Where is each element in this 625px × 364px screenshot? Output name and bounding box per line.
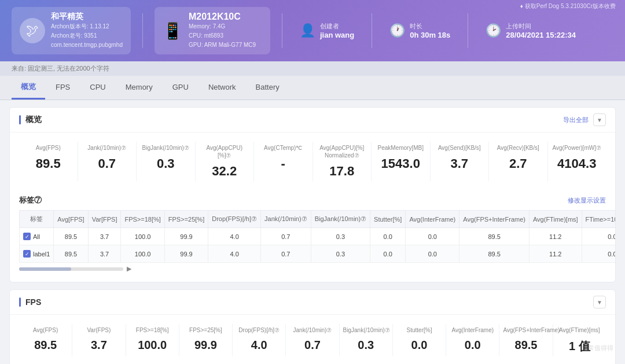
tab-battery[interactable]: Battery — [247, 77, 289, 99]
overview-section: 概览 导出全部 ▼ Avg(FPS) 89.5 Jank(/10min)⑦ 0.… — [9, 107, 616, 282]
table-cell: 0.7 — [261, 245, 311, 263]
stat-cell: Avg(AppCPU)[%]⑦ 32.2 — [196, 142, 255, 181]
fps-stat-label: Drop(FPS)[/h]⑦ — [236, 326, 282, 334]
device-text: M2012K10C Memory: 7.4G CPU: mt6893 GPU: … — [189, 12, 256, 50]
table-title-text: 标签⑦ — [19, 195, 42, 205]
stat-value: 0.7 — [83, 156, 132, 171]
table-row: ✓ label189.53.7100.099.94.00.70.30.00.08… — [20, 245, 616, 263]
table-header-cell: Avg(FTime)[ms] — [529, 211, 582, 228]
app-logo: 🕊 — [20, 18, 45, 43]
device-info-panel: 📱 M2012K10C Memory: 7.4G CPU: mt6893 GPU… — [155, 7, 270, 54]
table-cell: 100.0 — [121, 228, 164, 245]
fps-stat-value: 100.0 — [130, 339, 175, 352]
fps-stat-value: 0.0 — [396, 339, 442, 352]
fps-stat-cell: Avg(FPS+InterFrame) 89.5 — [499, 324, 553, 356]
stat-cell: BigJank(/10min)⑦ 0.3 — [137, 142, 196, 181]
device-icon: 📱 — [163, 21, 183, 41]
table-cell: 0.0 — [370, 245, 406, 263]
stat-value: 89.5 — [24, 156, 73, 171]
app-detail1: Archon版本号: 1.13.12 — [51, 22, 123, 31]
upload-icon: 🕑 — [486, 23, 501, 38]
stat-cell: Avg(Send)[KB/s] 3.7 — [431, 142, 490, 181]
app-name: 和平精英 — [51, 12, 123, 22]
row-label: label1 — [33, 251, 50, 258]
duration-value: 0h 30m 18s — [410, 31, 450, 39]
checkbox-icon[interactable]: ✓ — [23, 250, 31, 258]
app-logo-icon: 🕊 — [26, 23, 39, 38]
stat-value: 0.3 — [141, 156, 190, 171]
fps-header: FPS ▼ — [10, 290, 615, 315]
app-package: com.tencent.tmgp.pubgmhd — [51, 41, 123, 50]
stat-cell: PeakMemory[MB] 1543.0 — [372, 142, 431, 181]
fps-stat-cell: Avg(InterFrame) 0.0 — [446, 324, 499, 356]
header-divider1 — [142, 13, 143, 48]
fps-stats-grid: Avg(FPS) 89.5 Var(FPS) 3.7 FPS>=18[%] 10… — [10, 315, 615, 364]
table-row: ✓ All89.53.7100.099.94.00.70.30.00.089.5… — [20, 228, 616, 245]
fps-stat-cell: Drop(FPS)[/h]⑦ 4.0 — [233, 324, 286, 356]
fps-stat-value: 89.5 — [23, 339, 68, 352]
table-header-cell: Avg(InterFrame) — [406, 211, 459, 228]
header-divider4 — [468, 13, 468, 48]
table-cell: 0.3 — [311, 228, 370, 245]
fps-section: FPS ▼ Avg(FPS) 89.5 Var(FPS) 3.7 FPS>=18… — [9, 289, 616, 364]
stat-value: 4104.3 — [553, 156, 602, 171]
table-cell: 3.7 — [88, 245, 121, 263]
overview-header: 概览 导出全部 ▼ — [10, 108, 615, 133]
scroll-bar[interactable] — [19, 267, 123, 271]
table-header-cell: Stutter[%] — [370, 211, 406, 228]
device-gpu: GPU: ARM Mali-G77 MC9 — [189, 41, 256, 50]
creator-value: jian wang — [320, 31, 354, 39]
scroll-thumb[interactable] — [19, 267, 71, 271]
tab-network[interactable]: Network — [199, 77, 245, 99]
fps-stat-label: Avg(FPS+InterFrame) — [503, 326, 549, 334]
export-all-button[interactable]: 导出全部 — [563, 116, 589, 124]
stat-cell: Avg(FPS) 89.5 — [19, 142, 78, 181]
stat-label: Avg(Power)[mW]⑦ — [553, 144, 602, 152]
table-label-row: 标签⑦ 修改显示设置 — [19, 190, 606, 210]
stat-value: 3.7 — [435, 156, 484, 171]
table-cell: 0.7 — [261, 228, 311, 245]
upload-value: 28/04/2021 15:22:34 — [506, 31, 576, 39]
creator-icon: 👤 — [300, 23, 315, 38]
table-cell: 3.7 — [88, 228, 121, 245]
fps-stat-value: 3.7 — [76, 339, 122, 352]
fps-stat-cell: Jank(/10min)⑦ 0.7 — [286, 324, 339, 356]
stat-label: Avg(AppCPU)[%] Normalized⑦ — [318, 144, 367, 159]
duration-info: 时长 0h 30m 18s — [410, 22, 450, 39]
stat-label: PeakMemory[MB] — [376, 144, 425, 152]
tab-fps[interactable]: FPS — [46, 77, 79, 99]
table-display-settings[interactable]: 修改显示设置 — [568, 196, 606, 205]
stat-label: Avg(Recv)[KB/s] — [494, 144, 543, 152]
stat-label: Avg(CTemp)℃ — [259, 144, 308, 152]
tab-cpu[interactable]: CPU — [80, 77, 115, 99]
fps-stat-value: 89.5 — [503, 339, 549, 352]
overview-title: 概览 — [19, 115, 42, 125]
tab-memory[interactable]: Memory — [116, 77, 162, 99]
fps-stat-label: BigJank(/10min)⑦ — [343, 326, 389, 334]
upload-info: 上传时间 28/04/2021 15:22:34 — [506, 22, 576, 39]
table-cell: 100.0 — [121, 245, 164, 263]
tab-overview[interactable]: 概览 — [12, 76, 45, 100]
fps-collapse-btn[interactable]: ▼ — [593, 296, 606, 308]
tab-gpu[interactable]: GPU — [163, 77, 198, 99]
fps-stat-cell: Stutter[%] 0.0 — [393, 324, 446, 356]
stat-value: 2.7 — [494, 156, 543, 171]
table-cell: 89.5 — [54, 228, 88, 245]
table-cell: 11.2 — [529, 228, 582, 245]
table-cell: 0.0 — [370, 228, 406, 245]
overview-collapse-btn[interactable]: ▼ — [593, 113, 606, 126]
fps-stat-label: Avg(FPS) — [23, 326, 68, 334]
breadcrumb-bar: 来自: 固定测三, 无法在2000个字符 — [0, 61, 625, 76]
table-header-cell: FPS>=25[%] — [164, 211, 208, 228]
table-cell: 4.0 — [208, 228, 261, 245]
app-detail2: Archon老号: 9351 — [51, 31, 123, 41]
table-header-cell: Avg(FPS+InterFrame) — [459, 211, 530, 228]
table-header-cell: FPS>=18[%] — [121, 211, 164, 228]
overview-stats-grid: Avg(FPS) 89.5 Jank(/10min)⑦ 0.7 BigJank(… — [10, 133, 615, 190]
stat-cell: Avg(Recv)[KB/s] 2.7 — [489, 142, 548, 181]
fps-stat-label: Var(FPS) — [76, 326, 122, 334]
checkbox-icon[interactable]: ✓ — [23, 233, 31, 240]
upload-stat: 🕑 上传时间 28/04/2021 15:22:34 — [480, 22, 582, 39]
fps-stat-label: Avg(FTime)[ms] — [557, 326, 602, 334]
fps-stat-cell: FPS>=25[%] 99.9 — [179, 324, 233, 356]
